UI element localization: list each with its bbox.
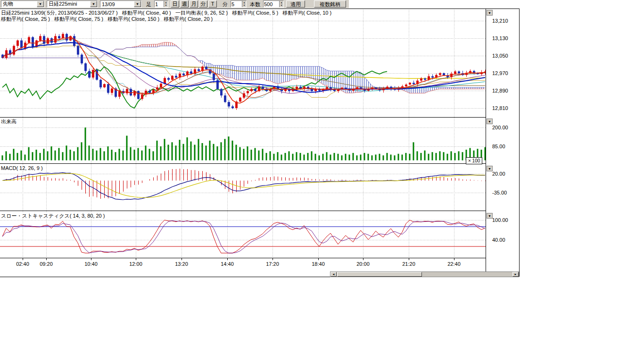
time-axis-label: 14:40 bbox=[221, 261, 234, 267]
period-button-month[interactable]: 月 bbox=[190, 0, 198, 8]
volume-panel-label: 出来高 bbox=[1, 118, 17, 125]
time-axis-label: 18:40 bbox=[312, 261, 325, 267]
symbol-value: 日経225mini bbox=[47, 0, 90, 8]
minute-field[interactable] bbox=[231, 1, 242, 7]
spinner-icon[interactable]: ▲▼ bbox=[242, 1, 246, 7]
multi-symbol-button[interactable]: 複数銘柄 bbox=[314, 0, 346, 8]
time-axis-label: 12:00 bbox=[129, 261, 142, 267]
instrument-type-value: 先物 bbox=[1, 0, 37, 8]
volume-axis-label: 85.00 bbox=[492, 144, 505, 149]
chart-canvas[interactable]: 13,21013,13013,05012,97012,89012,810200.… bbox=[0, 0, 520, 278]
price-axis-label: 12,890 bbox=[492, 88, 508, 93]
time-axis-label: 22:40 bbox=[447, 261, 461, 267]
instrument-type-select[interactable]: 先物 ▼ bbox=[1, 0, 44, 8]
time-axis-label: 17:20 bbox=[266, 261, 279, 267]
minute-label: 分 bbox=[223, 1, 228, 8]
bar-interval-field[interactable] bbox=[155, 1, 164, 7]
time-axis-label: 10:40 bbox=[84, 261, 98, 267]
macd-axis-label: 20.00 bbox=[492, 171, 505, 177]
chevron-down-icon: ▼ bbox=[90, 1, 97, 7]
contract-month-select[interactable]: 13/09 ▼ bbox=[100, 0, 141, 8]
bar-interval-input[interactable]: ▲▼ bbox=[154, 0, 168, 8]
contract-month-value: 13/09 bbox=[100, 1, 134, 7]
symbol-select[interactable]: 日経225mini ▼ bbox=[47, 0, 98, 8]
spinner-icon[interactable]: ▲▼ bbox=[279, 1, 283, 7]
spinner-down-icon[interactable]: ▼ bbox=[280, 4, 283, 7]
spinner-icon[interactable]: ▲▼ bbox=[164, 1, 168, 7]
time-axis-label: 13:20 bbox=[175, 261, 188, 267]
scrollbar-thumb[interactable] bbox=[337, 272, 422, 277]
time-axis-label: 21:20 bbox=[402, 261, 415, 267]
scroll-left-button[interactable]: ◄ bbox=[330, 272, 337, 277]
macd-panel-label: MACD( 12, 26, 9 ) bbox=[1, 165, 43, 171]
period-button-day[interactable]: 日 bbox=[171, 0, 179, 8]
period-button-group: 日週月分T bbox=[171, 0, 218, 8]
chevron-down-icon: ▼ bbox=[37, 1, 44, 7]
price-axis-label: 12,970 bbox=[492, 70, 508, 76]
macd-panel-menu-button[interactable]: ▼ bbox=[487, 166, 493, 171]
time-axis-label: 02:40 bbox=[16, 261, 29, 267]
count-field[interactable] bbox=[264, 1, 279, 7]
period-button-minute[interactable]: 分 bbox=[199, 0, 207, 8]
volume-panel-menu-button[interactable]: ▼ bbox=[487, 119, 493, 124]
time-axis-label: 09:20 bbox=[40, 261, 53, 267]
h-scrollbar[interactable]: ◄ ► bbox=[330, 271, 519, 277]
volume-axis-label: 200.00 bbox=[492, 125, 508, 130]
price-axis-label: 12,810 bbox=[492, 105, 508, 111]
chart-area: 13,21013,13013,05012,97012,89012,810200.… bbox=[0, 0, 520, 278]
spinner-down-icon[interactable]: ▼ bbox=[242, 4, 246, 7]
price-axis-label: 13,130 bbox=[492, 35, 508, 41]
volume-multiplier-badge: × 100 bbox=[466, 157, 482, 164]
time-axis-label: 20:00 bbox=[356, 261, 370, 267]
price-axis-label: 13,050 bbox=[492, 53, 508, 59]
price-panel-menu-button[interactable]: ▼ bbox=[487, 10, 493, 16]
toolbar: 先物 ▼ 日経225mini ▼ 13/09 ▼ 足 ▲▼ 日週月分T 分 ▲▼… bbox=[0, 0, 349, 8]
chevron-down-icon: ▼ bbox=[134, 1, 141, 7]
macd-axis-label: -35.00 bbox=[492, 190, 507, 195]
apply-button[interactable]: 適用 bbox=[286, 0, 305, 8]
count-input[interactable]: ▲▼ bbox=[263, 0, 284, 8]
price-axis-label: 13,210 bbox=[492, 18, 508, 24]
stoch-axis-label: 100.00 bbox=[492, 217, 508, 223]
period-button-tick[interactable]: T bbox=[208, 0, 217, 8]
bar-type-label: 足 bbox=[146, 1, 151, 8]
scroll-right-button[interactable]: ► bbox=[512, 272, 519, 277]
stoch-axis-label: 40.00 bbox=[492, 237, 505, 243]
period-button-week[interactable]: 週 bbox=[180, 0, 189, 8]
chart-title-line2: 移動平均( Close, 25 ) 移動平均( Close, 75 ) 移動平均… bbox=[1, 16, 213, 23]
stochastics-panel-menu-button[interactable]: ▼ bbox=[487, 213, 493, 219]
minute-input[interactable]: ▲▼ bbox=[231, 0, 247, 8]
count-label: 本数 bbox=[250, 1, 260, 8]
spinner-down-icon[interactable]: ▼ bbox=[164, 4, 168, 7]
stochastics-panel-label: スロー・ストキャスティクス( 14, 3, 80, 20 ) bbox=[1, 212, 105, 220]
